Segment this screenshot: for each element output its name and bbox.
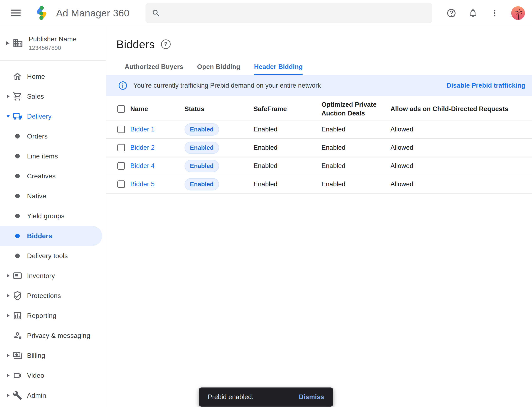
- row-checkbox[interactable]: [117, 144, 125, 151]
- sidebar-item-sales[interactable]: Sales: [0, 86, 106, 106]
- expand-arrow-icon[interactable]: [7, 374, 9, 377]
- help-icon: [446, 8, 456, 18]
- sidebar-item-yield-groups[interactable]: Yield groups: [0, 206, 106, 226]
- child-directed-value: Allowed: [390, 162, 532, 170]
- toast-message: Prebid enabled.: [208, 393, 254, 401]
- tab-authorized-buyers[interactable]: Authorized Buyers: [125, 63, 183, 75]
- column-header-optimized-private-auction-deals: Optimized Private Auction Deals: [322, 100, 390, 118]
- sidebar-item-admin[interactable]: Admin: [0, 385, 106, 405]
- shield-check-icon: [12, 291, 23, 301]
- browser-window-icon: [12, 271, 23, 281]
- sidebar-item-label: Inventory: [27, 272, 55, 280]
- notifications-bell-icon: [468, 8, 478, 18]
- sidebar-item-label: Sales: [27, 93, 44, 100]
- row-checkbox[interactable]: [117, 162, 125, 170]
- page-help-icon[interactable]: ?: [161, 39, 171, 49]
- sidebar-item-label: Delivery tools: [27, 252, 68, 260]
- prebid-info-banner: You’re currently trafficking Prebid dema…: [106, 75, 532, 96]
- tab-open-bidding[interactable]: Open Bidding: [197, 63, 240, 75]
- sidebar-item-reporting[interactable]: Reporting: [0, 306, 106, 326]
- sidebar-nav: Home Sales Delivery Orders Line items: [0, 61, 106, 405]
- sidebar-item-label: Native: [27, 192, 46, 200]
- sidebar-item-label: Privacy & messaging: [27, 332, 90, 339]
- ad-manager-logo[interactable]: [33, 4, 50, 22]
- notifications-button[interactable]: [468, 8, 478, 18]
- sidebar-item-label: Delivery: [27, 113, 52, 120]
- table-row: Bidder 2 Enabled Enabled Enabled Allowed: [106, 139, 532, 157]
- sidebar-item-orders[interactable]: Orders: [0, 126, 106, 146]
- bar-chart-icon: [12, 311, 23, 321]
- person-badge-icon: [12, 331, 23, 341]
- help-button[interactable]: [446, 8, 456, 18]
- table-row: Bidder 4 Enabled Enabled Enabled Allowed: [106, 157, 532, 175]
- sidebar-item-home[interactable]: Home: [0, 66, 106, 86]
- bullet-icon: [12, 251, 23, 261]
- collapse-arrow-icon[interactable]: [6, 115, 10, 118]
- bullet-icon: [12, 191, 23, 201]
- bidder-link[interactable]: Bidder 5: [130, 180, 185, 188]
- top-app-bar: Ad Manager 360: [0, 0, 532, 26]
- sidebar-item-delivery[interactable]: Delivery: [0, 106, 106, 126]
- bullet-icon: [12, 171, 23, 181]
- search-icon: [152, 9, 161, 17]
- sidebar-item-video[interactable]: Video: [0, 366, 106, 385]
- bidder-link[interactable]: Bidder 1: [130, 126, 185, 133]
- sidebar-item-creatives[interactable]: Creatives: [0, 166, 106, 186]
- expand-arrow-icon[interactable]: [7, 393, 9, 397]
- publisher-switcher[interactable]: Publisher Name 1234567890: [0, 26, 106, 61]
- sidebar-item-native[interactable]: Native: [0, 186, 106, 206]
- optimized-private-auction-deals-value: Enabled: [322, 144, 390, 151]
- expand-arrow-icon[interactable]: [7, 94, 9, 98]
- more-options-button[interactable]: [490, 8, 500, 18]
- avatar[interactable]: [511, 6, 525, 20]
- global-search: [145, 3, 432, 23]
- sidebar-item-label: Home: [27, 73, 45, 80]
- sidebar-item-label: Creatives: [27, 172, 56, 180]
- expand-arrow-icon[interactable]: [7, 274, 9, 278]
- column-header-child-directed: Allow ads on Child-Directed Requests: [390, 105, 532, 113]
- sidebar-item-line-items[interactable]: Line items: [0, 146, 106, 166]
- expand-arrow-icon[interactable]: [7, 294, 9, 297]
- snackbar-toast: Prebid enabled. Dismiss: [199, 387, 333, 407]
- safeframe-value: Enabled: [254, 144, 322, 151]
- child-directed-value: Allowed: [390, 144, 532, 151]
- sidebar-item-label: Orders: [27, 133, 48, 140]
- more-vert-icon: [490, 8, 500, 18]
- sidebar-item-protections[interactable]: Protections: [0, 286, 106, 306]
- column-header-safeframe: SafeFrame: [254, 105, 322, 113]
- sidebar-item-delivery-tools[interactable]: Delivery tools: [0, 246, 106, 266]
- bidder-link[interactable]: Bidder 4: [130, 162, 185, 170]
- bidder-link[interactable]: Bidder 2: [130, 144, 185, 151]
- video-camera-icon: [12, 370, 23, 380]
- optimized-private-auction-deals-value: Enabled: [322, 180, 390, 188]
- sidebar-item-inventory[interactable]: Inventory: [0, 266, 106, 286]
- select-all-checkbox[interactable]: [117, 105, 125, 113]
- hamburger-menu-icon[interactable]: [11, 8, 21, 18]
- tab-header-bidding[interactable]: Header Bidding: [254, 63, 303, 75]
- avatar-palm-tree-image: [511, 6, 525, 20]
- expand-arrow-icon[interactable]: [7, 354, 9, 357]
- app-title: Ad Manager 360: [56, 7, 129, 19]
- payments-icon: [12, 351, 23, 360]
- sidebar-item-privacy-messaging[interactable]: Privacy & messaging: [0, 326, 106, 345]
- column-header-status: Status: [185, 105, 254, 113]
- dismiss-button[interactable]: Dismiss: [299, 393, 324, 401]
- building-icon: [12, 38, 23, 49]
- sidebar-item-billing[interactable]: Billing: [0, 345, 106, 366]
- disable-prebid-trafficking-link[interactable]: Disable Prebid trafficking: [447, 82, 525, 89]
- main-content: Bidders ? Authorized Buyers Open Bidding…: [106, 26, 532, 407]
- status-badge: Enabled: [185, 123, 219, 136]
- bullet-icon: [12, 231, 23, 241]
- topbar-actions: [446, 0, 525, 26]
- row-checkbox[interactable]: [117, 126, 125, 133]
- expand-arrow-icon[interactable]: [7, 314, 9, 318]
- search-input[interactable]: [165, 9, 426, 17]
- safeframe-value: Enabled: [254, 180, 322, 188]
- publisher-name: Publisher Name: [29, 35, 76, 43]
- sidebar-item-bidders[interactable]: Bidders: [0, 226, 106, 246]
- sidebar-item-label: Reporting: [27, 312, 56, 320]
- status-badge: Enabled: [185, 142, 219, 154]
- shopping-cart-icon: [12, 91, 23, 101]
- row-checkbox[interactable]: [117, 180, 125, 188]
- child-directed-value: Allowed: [390, 180, 532, 188]
